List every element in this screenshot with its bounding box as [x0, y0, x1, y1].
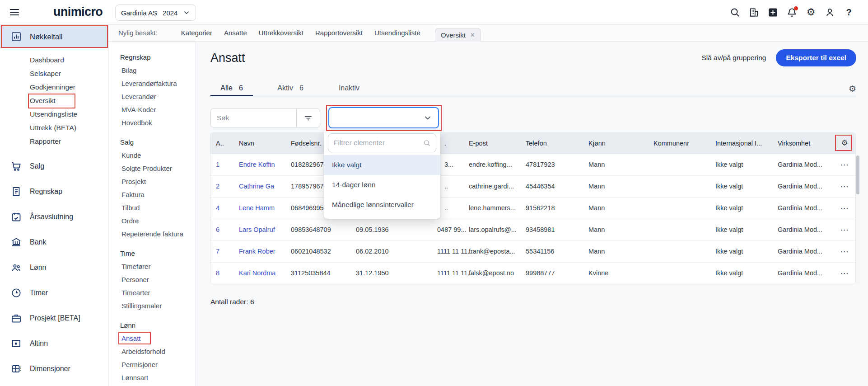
employee-name-link[interactable]: Cathrine Ga: [233, 176, 285, 197]
add-square-icon[interactable]: [767, 7, 779, 18]
employee-number-link[interactable]: 7: [210, 241, 233, 262]
salary-interval-select[interactable]: [328, 107, 439, 128]
subsidebar-item-tilbud[interactable]: Tilbud: [120, 201, 195, 214]
app-window: unimicro Gardinia AS 2024 ⚙: [0, 0, 868, 386]
recent-link-kategorier[interactable]: Kategorier: [181, 29, 212, 37]
altinn-icon: [11, 338, 22, 349]
subsidebar-item-ordre[interactable]: Ordre: [120, 214, 195, 227]
sidebar-item-oversikt[interactable]: Oversikt: [30, 94, 108, 108]
table-scrollbar-thumb[interactable]: [856, 155, 859, 194]
table-header-row: A.. Navn Fødselsnr. . E-post Telefon Kjø…: [210, 133, 855, 154]
recent-link-ansatte[interactable]: Ansatte: [224, 29, 247, 37]
cell-epost: falsk@epost.no: [463, 263, 520, 284]
row-actions-menu[interactable]: ⋯: [834, 219, 855, 240]
toggle-grouping-button[interactable]: Slå av/på gruppering: [701, 54, 766, 62]
employee-name-link[interactable]: Endre Koffin: [233, 154, 285, 175]
sidebar-item-dashboard[interactable]: Dashboard: [30, 53, 108, 67]
row-actions-menu[interactable]: ⋯: [834, 198, 855, 219]
sidebar-item-bank[interactable]: Bank: [0, 230, 108, 255]
row-actions-menu[interactable]: ⋯: [834, 263, 855, 284]
row-actions-menu[interactable]: ⋯: [834, 176, 855, 197]
sidebar-item-salg[interactable]: Salg: [0, 154, 108, 179]
subsidebar-item-timearter[interactable]: Timearter: [120, 286, 195, 299]
employee-number-link[interactable]: 2: [210, 176, 233, 197]
sidebar-item-label: Dimensjoner: [30, 365, 70, 373]
dropdown-option-manedlige-lonnsintervaller[interactable]: Månedlige lønnsintervaller: [324, 195, 440, 215]
sidebar-item-godkjenninger[interactable]: Godkjenninger: [30, 80, 108, 94]
subsidebar-item-kunde[interactable]: Kunde: [120, 149, 195, 162]
export-excel-button[interactable]: Eksporter til excel: [776, 49, 856, 66]
employee-name-link[interactable]: Lars Opalruf: [233, 219, 285, 240]
sidebar-item-dimensjoner[interactable]: Dimensjoner: [0, 356, 108, 381]
cell-epost: endre.koffing...: [463, 154, 520, 175]
gear-icon[interactable]: ⚙: [805, 7, 817, 18]
column-settings-gear-icon[interactable]: ⚙: [834, 133, 855, 154]
recent-link-rapportoversikt[interactable]: Rapportoversikt: [315, 29, 363, 37]
table-row: 8 Kari Nordma 31125035844 31.12.1950 111…: [210, 262, 855, 284]
subsidebar-item-solgte-produkter[interactable]: Solgte Produkter: [120, 162, 195, 175]
tab-inaktiv[interactable]: Inaktiv: [328, 81, 370, 96]
dropdown-option-ikke-valgt[interactable]: Ikke valgt: [324, 155, 440, 175]
recent-link-utsendingsliste[interactable]: Utsendingsliste: [374, 29, 420, 37]
employee-number-link[interactable]: 4: [210, 198, 233, 219]
sidebar-item-timer[interactable]: Timer: [0, 280, 108, 306]
sidebar-item-altinn[interactable]: Altinn: [0, 331, 108, 356]
employee-number-link[interactable]: 6: [210, 219, 233, 240]
sidebar-item-label: Lønn: [30, 264, 46, 272]
row-actions-menu[interactable]: ⋯: [834, 241, 855, 262]
cell-telefon: 91562218: [520, 198, 583, 219]
sidebar-item-utsendingsliste[interactable]: Utsendingsliste: [30, 108, 108, 121]
subsidebar-item-leverandorfaktura[interactable]: Leverandørfaktura: [120, 77, 195, 90]
sidebar-item-regnskap[interactable]: Regnskap: [0, 179, 108, 204]
sidebar-item-rapporter[interactable]: Rapporter: [30, 135, 108, 148]
table-scrollbar: [856, 155, 860, 284]
help-icon[interactable]: ?: [843, 7, 854, 18]
user-icon[interactable]: [824, 7, 835, 18]
subsidebar-item-prosjekt[interactable]: Prosjekt: [120, 175, 195, 188]
subsidebar-item-bilag[interactable]: Bilag: [120, 64, 195, 77]
subsidebar-item-arbeidsforhold[interactable]: Arbeidsforhold: [120, 345, 195, 358]
employee-name-link[interactable]: Kari Nordma: [233, 263, 285, 284]
subsidebar-item-permisjoner[interactable]: Permisjoner: [120, 358, 195, 371]
dropdown-filter-input[interactable]: [328, 133, 436, 152]
cell-telefon: 99988777: [520, 263, 583, 284]
employee-number-link[interactable]: 1: [210, 154, 233, 175]
subsidebar-item-mva-koder[interactable]: MVA-Koder: [120, 103, 195, 116]
subsidebar-item-personer[interactable]: Personer: [120, 273, 195, 286]
calendar-check-icon: [11, 212, 22, 222]
cell-telefon: 93458981: [520, 219, 583, 240]
company-selector[interactable]: Gardinia AS 2024: [115, 5, 196, 21]
close-icon[interactable]: ✕: [470, 32, 475, 38]
subsidebar-item-repeterende-faktura[interactable]: Repeterende faktura: [120, 227, 195, 240]
employee-number-link[interactable]: 8: [210, 263, 233, 284]
subsidebar-item-faktura[interactable]: Faktura: [120, 188, 195, 201]
search-icon[interactable]: [729, 7, 741, 18]
employee-name-link[interactable]: Lene Hamm: [233, 198, 285, 219]
recent-link-uttrekkoversikt[interactable]: Uttrekkoversikt: [259, 29, 303, 37]
subsidebar-item-leverandor[interactable]: Leverandør: [120, 90, 195, 103]
subsidebar-item-stillingsmaler[interactable]: Stillingsmaler: [120, 299, 195, 312]
sidebar-item-arsavslutning[interactable]: Årsavslutning: [0, 204, 108, 230]
dropdown-option-14-dager-lonn[interactable]: 14-dager lønn: [324, 175, 440, 195]
open-tab-oversikt[interactable]: Oversikt ✕: [435, 28, 481, 42]
subsidebar-item-timeforer[interactable]: Timefører: [120, 260, 195, 273]
building-icon[interactable]: [748, 7, 760, 18]
sidebar-item-uttrekk-beta[interactable]: Uttrekk (BETA): [30, 121, 108, 135]
row-actions-menu[interactable]: ⋯: [834, 154, 855, 175]
employee-name-link[interactable]: Frank Rober: [233, 241, 285, 262]
cell-kommunenr: [648, 241, 710, 262]
filter-button[interactable]: [296, 108, 320, 127]
sidebar-item-lonn[interactable]: Lønn: [0, 255, 108, 280]
tab-alle[interactable]: Alle 6: [210, 81, 253, 96]
sidebar-item-prosjekt-beta[interactable]: Prosjekt [BETA]: [0, 306, 108, 331]
sidebar-item-selskaper[interactable]: Selskaper: [30, 67, 108, 80]
tab-aktiv[interactable]: Aktiv 6: [269, 81, 312, 96]
subsidebar-item-hovedbok[interactable]: Hovedbok: [120, 116, 195, 129]
subsidebar-item-lonnsart[interactable]: Lønnsart: [120, 371, 195, 384]
subsidebar-item-ansatt[interactable]: Ansatt: [120, 332, 195, 345]
view-settings-gear-icon[interactable]: ⚙: [849, 85, 856, 93]
hamburger-menu-icon[interactable]: [9, 7, 20, 18]
search-input[interactable]: [210, 108, 296, 127]
sidebar-item-nokkeltall[interactable]: Nøkkeltall: [0, 25, 108, 48]
bell-icon[interactable]: [786, 7, 798, 18]
